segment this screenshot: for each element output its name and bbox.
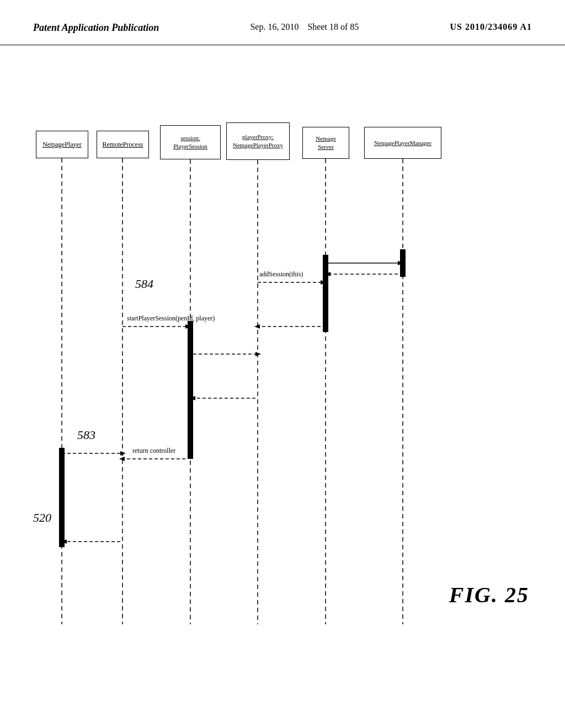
label-583: 583 <box>77 428 95 442</box>
patent-number: US 2010/234069 A1 <box>450 22 532 32</box>
obj-netpage-player: NetpagePlayer <box>36 131 88 158</box>
msg-add-session: addSession(this) <box>259 270 303 279</box>
svg-marker-25 <box>190 396 195 400</box>
obj-player-session: session: PlayerSession <box>160 125 221 159</box>
obj-player-proxy: playerProxy: NetpagePlayerProxy <box>226 122 290 160</box>
svg-marker-23 <box>254 324 260 329</box>
svg-rect-9 <box>400 249 406 277</box>
msg-return-controller: return controller <box>132 447 175 455</box>
figure-label: FIG. 25 <box>449 582 529 608</box>
obj-netpage-player-manager: NetpagePlayerManager <box>364 127 441 159</box>
obj-netpage-server: Netpage Server <box>302 127 349 159</box>
obj-remote-process: RemoteProcess <box>97 131 149 158</box>
svg-marker-21 <box>325 272 331 276</box>
svg-rect-8 <box>323 255 328 332</box>
label-520: 520 <box>33 511 51 525</box>
label-584: 584 <box>135 277 153 291</box>
svg-marker-27 <box>119 457 125 461</box>
page-header: Patent Application Publication Sep. 16, … <box>0 0 565 45</box>
svg-marker-13 <box>185 324 191 329</box>
publication-title: Patent Application Publication <box>33 22 159 34</box>
publication-date: Sep. 16, 2010 Sheet 18 of 85 <box>250 22 359 32</box>
svg-marker-17 <box>321 280 326 285</box>
msg-start-player-session: startPlayerSession(penId, player) <box>127 314 215 323</box>
svg-rect-7 <box>188 321 193 459</box>
svg-marker-15 <box>255 352 261 356</box>
svg-marker-29 <box>61 539 67 544</box>
svg-marker-11 <box>120 451 126 456</box>
svg-marker-19 <box>398 261 403 265</box>
diagram-area: NetpagePlayer RemoteProcess session: Pla… <box>0 45 565 696</box>
svg-rect-6 <box>59 448 65 547</box>
